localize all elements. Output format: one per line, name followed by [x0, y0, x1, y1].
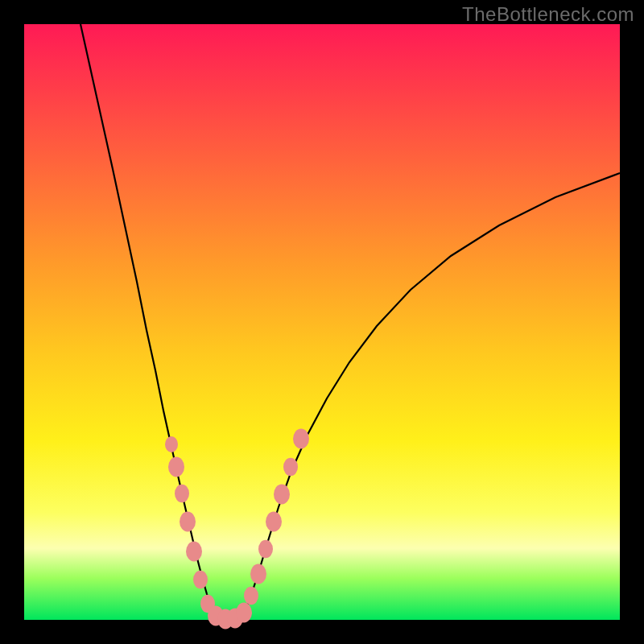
- marker-dot: [193, 571, 208, 589]
- markers-group: [165, 429, 309, 630]
- curve-layer: [24, 24, 620, 620]
- marker-dot: [175, 485, 189, 503]
- marker-dot: [266, 512, 282, 532]
- marker-dot: [186, 542, 202, 562]
- marker-dot: [168, 457, 184, 477]
- marker-dot: [283, 458, 298, 477]
- marker-dot: [180, 512, 196, 532]
- branding-text: TheBottleneck.com: [462, 3, 634, 26]
- marker-dot: [165, 436, 178, 452]
- marker-dot: [258, 540, 273, 559]
- marker-dot: [236, 603, 252, 623]
- marker-dot: [250, 564, 266, 584]
- plot-area: [24, 24, 620, 620]
- marker-dot: [274, 485, 290, 505]
- bottleneck-curve: [80, 24, 620, 620]
- marker-dot: [244, 587, 258, 605]
- outer-frame: TheBottleneck.com: [0, 0, 644, 644]
- marker-dot: [293, 429, 309, 449]
